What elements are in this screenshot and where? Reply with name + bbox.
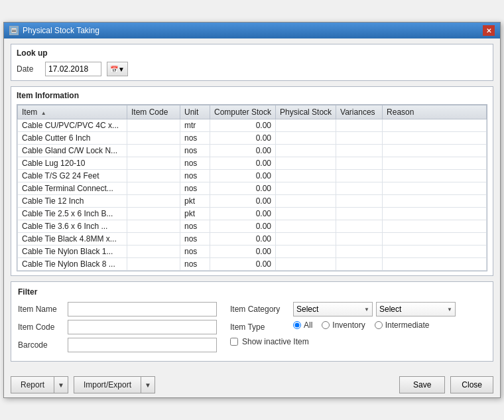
save-button[interactable]: Save xyxy=(399,376,445,393)
left-button-group: Report ▼ Import/Export ▼ xyxy=(11,376,155,393)
cell-code xyxy=(127,233,180,245)
table-row[interactable]: Cable Cutter 6 Inch nos 0.00 xyxy=(18,132,487,145)
cell-reason xyxy=(383,132,487,145)
table-row[interactable]: Cable Tie 2.5 x 6 Inch B... pkt 0.00 xyxy=(18,208,487,220)
lookup-title: Look up xyxy=(17,48,487,58)
cell-variances xyxy=(336,208,383,220)
category-select-2[interactable]: Select ▼ xyxy=(376,302,456,316)
table-header-row: Item ▲ Item Code Unit Computer Stock Phy… xyxy=(18,105,487,119)
table-row[interactable]: Cable CU/PVC/PVC 4C x... mtr 0.00 xyxy=(18,119,487,132)
barcode-label: Barcode xyxy=(18,340,68,350)
table-row[interactable]: Cable Tie 12 Inch pkt 0.00 xyxy=(18,195,487,208)
radio-all-input[interactable] xyxy=(293,321,301,329)
cell-phys-stock xyxy=(276,119,336,132)
cell-code xyxy=(127,145,180,157)
cell-code xyxy=(127,182,180,195)
cell-phys-stock xyxy=(276,157,336,170)
table-row[interactable]: Cable Tie 3.6 x 6 Inch ... nos 0.00 xyxy=(18,220,487,233)
col-item: Item ▲ xyxy=(18,105,127,119)
cell-reason xyxy=(383,258,487,271)
radio-inventory[interactable]: Inventory xyxy=(322,320,365,330)
cell-code xyxy=(127,170,180,182)
date-picker-button[interactable]: 📅▼ xyxy=(107,62,128,76)
cell-unit: nos xyxy=(180,182,210,195)
filter-grid: Item Name Item Code Barcode Item xyxy=(18,302,486,356)
cell-reason xyxy=(383,182,487,195)
cell-phys-stock xyxy=(276,145,336,157)
cell-code xyxy=(127,157,180,170)
radio-intermediate[interactable]: Intermediate xyxy=(375,320,430,330)
cell-comp-stock: 0.00 xyxy=(210,233,276,245)
cell-phys-stock xyxy=(276,245,336,258)
window-title: Physical Stock Taking xyxy=(23,26,99,35)
date-label: Date xyxy=(17,64,40,74)
cell-item: Cable Tie Black 4.8MM x... xyxy=(18,233,127,245)
cell-item: Cable Cutter 6 Inch xyxy=(18,132,127,145)
item-name-input[interactable] xyxy=(68,302,217,316)
import-export-dropdown-button[interactable]: ▼ xyxy=(141,376,155,393)
radio-inventory-input[interactable] xyxy=(322,321,330,329)
cell-phys-stock xyxy=(276,208,336,220)
app-icon xyxy=(9,26,19,35)
table-row[interactable]: Cable Tie Black 4.8MM x... nos 0.00 xyxy=(18,233,487,245)
cell-unit: nos xyxy=(180,220,210,233)
cell-variances xyxy=(336,258,383,271)
lookup-row: Date 📅▼ xyxy=(17,62,487,76)
col-item-code: Item Code xyxy=(127,105,180,119)
cell-comp-stock: 0.00 xyxy=(210,220,276,233)
radio-all[interactable]: All xyxy=(293,320,312,330)
filter-left: Item Name Item Code Barcode xyxy=(18,302,217,356)
category-combo-pair: Select ▼ Select ▼ xyxy=(293,302,456,316)
item-name-label: Item Name xyxy=(18,305,68,314)
show-inactive-label: Show inactive Item xyxy=(242,337,309,346)
cell-variances xyxy=(336,233,383,245)
cell-code xyxy=(127,195,180,208)
date-input[interactable] xyxy=(45,62,101,76)
item-category-label: Item Category xyxy=(230,305,293,314)
close-button[interactable]: Close xyxy=(450,376,493,393)
item-table: Item ▲ Item Code Unit Computer Stock Phy… xyxy=(17,105,487,271)
show-inactive-checkbox[interactable] xyxy=(230,338,238,346)
item-table-wrapper: Item ▲ Item Code Unit Computer Stock Phy… xyxy=(17,104,487,271)
cell-phys-stock xyxy=(276,170,336,182)
col-computer-stock: Computer Stock xyxy=(210,105,276,119)
item-information-title: Item Information xyxy=(17,91,487,100)
item-type-radios: All Inventory Intermediate xyxy=(293,320,429,330)
item-code-input[interactable] xyxy=(68,320,217,334)
show-inactive-row: Show inactive Item xyxy=(230,337,486,346)
table-row[interactable]: Cable Tie Nylon Black 1... nos 0.00 xyxy=(18,245,487,258)
filter-title: Filter xyxy=(18,287,486,297)
svg-rect-1 xyxy=(12,30,16,31)
table-row[interactable]: Cable Terminal Connect... nos 0.00 xyxy=(18,182,487,195)
category-select-1[interactable]: Select ▼ xyxy=(293,302,373,316)
cell-reason xyxy=(383,208,487,220)
col-variances: Variances xyxy=(336,105,383,119)
cell-unit: mtr xyxy=(180,119,210,132)
cell-reason xyxy=(383,195,487,208)
import-export-button[interactable]: Import/Export xyxy=(74,376,141,393)
table-row[interactable]: Cable Lug 120-10 nos 0.00 xyxy=(18,157,487,170)
cell-variances xyxy=(336,132,383,145)
table-row[interactable]: Cable Gland C/W Lock N... nos 0.00 xyxy=(18,145,487,157)
radio-intermediate-input[interactable] xyxy=(375,321,383,329)
cell-item: Cable Tie 2.5 x 6 Inch B... xyxy=(18,208,127,220)
cell-comp-stock: 0.00 xyxy=(210,132,276,145)
cell-item: Cable Lug 120-10 xyxy=(18,157,127,170)
report-button[interactable]: Report xyxy=(11,376,54,393)
cell-phys-stock xyxy=(276,182,336,195)
cell-code xyxy=(127,258,180,271)
title-bar: Physical Stock Taking ✕ xyxy=(4,23,500,38)
cell-reason xyxy=(383,145,487,157)
report-dropdown-button[interactable]: ▼ xyxy=(54,376,68,393)
col-reason: Reason xyxy=(383,105,487,119)
table-row[interactable]: Cable T/S G2 24 Feet nos 0.00 xyxy=(18,170,487,182)
close-window-button[interactable]: ✕ xyxy=(483,25,495,36)
cell-reason xyxy=(383,233,487,245)
cell-code xyxy=(127,220,180,233)
item-table-scroll[interactable]: Item ▲ Item Code Unit Computer Stock Phy… xyxy=(17,105,487,271)
table-row[interactable]: Cable Tie Nylon Black 8 ... nos 0.00 xyxy=(18,258,487,271)
cell-comp-stock: 0.00 xyxy=(210,208,276,220)
barcode-input[interactable] xyxy=(68,338,217,352)
cell-reason xyxy=(383,170,487,182)
lookup-section: Look up Date 📅▼ xyxy=(11,44,493,81)
